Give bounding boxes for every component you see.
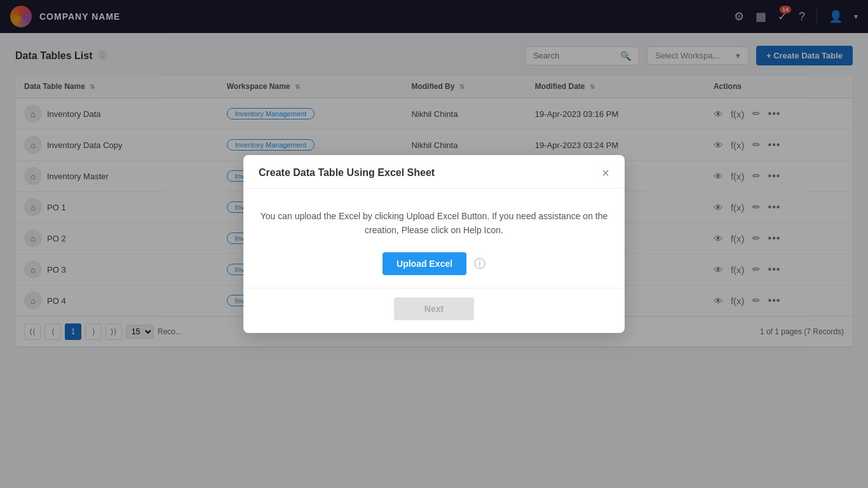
modal-title: Create Data Table Using Excel Sheet [259,167,435,179]
modal-overlay[interactable]: Create Data Table Using Excel Sheet × Yo… [0,0,868,488]
create-data-table-modal: Create Data Table Using Excel Sheet × Yo… [243,155,625,334]
next-button[interactable]: Next [394,297,474,320]
modal-close-button[interactable]: × [602,166,609,179]
modal-header: Create Data Table Using Excel Sheet × [243,155,625,189]
upload-excel-button[interactable]: Upload Excel [383,252,466,275]
modal-description: You can upload the Excel by clicking Upl… [259,209,609,238]
modal-footer: Next [243,288,625,333]
upload-row: Upload Excel ⓘ [259,252,609,275]
upload-help-icon[interactable]: ⓘ [474,256,485,271]
modal-body: You can upload the Excel by clicking Upl… [243,189,625,288]
